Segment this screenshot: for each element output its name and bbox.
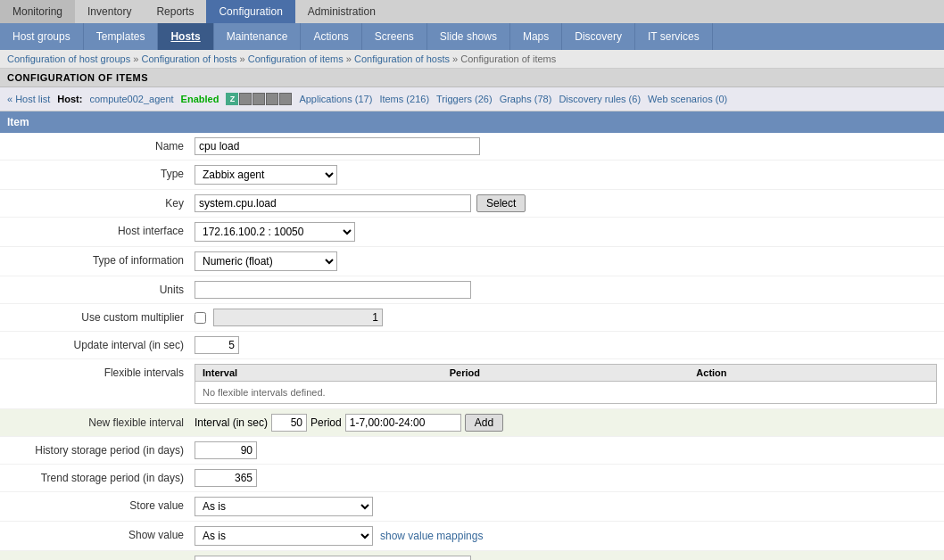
nav-slide-shows[interactable]: Slide shows [427, 23, 510, 50]
custom-multiplier-control [195, 309, 937, 326]
show-value-row: Show value As is show value mappings [0, 522, 944, 551]
new-flex-inline: Interval (in sec) Period Add [195, 414, 937, 432]
nav-maintenance[interactable]: Maintenance [214, 23, 302, 50]
host-list-link[interactable]: « Host list [7, 94, 50, 104]
nav-reports[interactable]: Reports [144, 0, 206, 23]
host-interface-select[interactable]: 172.16.100.2 : 10050 [195, 222, 355, 242]
show-value-mappings-link[interactable]: show value mappings [380, 530, 483, 542]
host-info-bar: « Host list Host: compute002_agent Enabl… [0, 87, 944, 111]
update-interval-label: Update interval (in sec) [7, 336, 195, 351]
name-input[interactable] [195, 137, 480, 155]
history-row: History storage period (in days) [0, 437, 944, 465]
new-application-input[interactable] [195, 556, 471, 560]
icon-btn-3[interactable] [266, 93, 278, 105]
history-label: History storage period (in days) [7, 441, 195, 457]
type-of-info-select[interactable]: Numeric (float) [195, 251, 337, 271]
graphs-link[interactable]: Graphs (78) [500, 94, 552, 104]
host-interface-row: Host interface 172.16.100.2 : 10050 [0, 218, 944, 247]
section-header: CONFIGURATION OF ITEMS [0, 69, 944, 87]
flex-col-action: Action [689, 365, 936, 381]
host-name-link[interactable]: compute002_agent [89, 94, 173, 104]
name-label: Name [7, 137, 195, 152]
units-control [195, 281, 937, 299]
trend-label: Trend storage period (in days) [7, 469, 195, 484]
web-scenarios-link[interactable]: Web scenarios (0) [648, 94, 727, 104]
host-interface-control: 172.16.100.2 : 10050 [195, 222, 937, 242]
add-button[interactable]: Add [465, 414, 503, 432]
nav-screens[interactable]: Screens [362, 23, 427, 50]
nav-it-services[interactable]: IT services [635, 23, 713, 50]
new-flexible-interval-label: New flexible interval [7, 414, 195, 429]
units-input[interactable] [195, 281, 471, 299]
units-row: Units [0, 276, 944, 304]
discovery-rules-link[interactable]: Discovery rules (6) [559, 94, 641, 104]
nav-administration[interactable]: Administration [295, 0, 388, 23]
triggers-link[interactable]: Triggers (26) [436, 94, 493, 104]
flex-col-interval: Interval [195, 365, 443, 381]
nav-actions[interactable]: Actions [301, 23, 361, 50]
new-application-row: New application [0, 551, 944, 560]
nav-templates[interactable]: Templates [84, 23, 159, 50]
new-flex-period-label: Period [311, 416, 342, 429]
breadcrumb-link-2[interactable]: Configuration of hosts [141, 54, 236, 64]
form-area: Name Type Zabbix agent Key Select Host i… [0, 133, 944, 560]
applications-link[interactable]: Applications (17) [299, 94, 372, 104]
type-of-info-row: Type of information Numeric (float) [0, 247, 944, 276]
host-interface-label: Host interface [7, 222, 195, 237]
flexible-intervals-control: Interval Period Action No flexible inter… [195, 364, 937, 404]
new-flex-interval-label: Interval (in sec) [195, 416, 268, 429]
store-value-select[interactable]: As is [195, 497, 373, 516]
update-interval-control [195, 336, 937, 354]
units-label: Units [7, 281, 195, 296]
history-control [195, 441, 937, 459]
trend-control [195, 469, 937, 487]
second-nav: Host groups Templates Hosts Maintenance … [0, 23, 944, 50]
nav-hosts[interactable]: Hosts [158, 23, 213, 50]
show-value-label: Show value [7, 526, 195, 541]
top-nav: Monitoring Inventory Reports Configurati… [0, 0, 944, 23]
history-input[interactable] [195, 441, 257, 459]
custom-multiplier-input[interactable] [213, 309, 383, 326]
update-interval-row: Update interval (in sec) [0, 332, 944, 359]
type-of-info-label: Type of information [7, 251, 195, 267]
select-button[interactable]: Select [476, 194, 526, 212]
new-flexible-interval-row: New flexible interval Interval (in sec) … [0, 409, 944, 437]
breadcrumb-link-4[interactable]: Configuration of hosts [354, 54, 450, 64]
new-application-control [195, 556, 937, 560]
icon-btn-1[interactable] [239, 93, 252, 105]
new-flex-interval-input[interactable] [271, 414, 307, 432]
flexible-intervals-table: Interval Period Action No flexible inter… [195, 364, 937, 404]
flex-table-header: Interval Period Action [195, 365, 936, 382]
key-input[interactable] [195, 194, 471, 212]
key-control: Select [195, 194, 937, 212]
icon-btn-4[interactable] [279, 93, 292, 105]
flexible-intervals-label: Flexible intervals [7, 364, 195, 379]
custom-multiplier-row: Use custom multiplier [0, 304, 944, 332]
name-control [195, 137, 937, 155]
nav-configuration[interactable]: Configuration [206, 0, 294, 23]
show-value-select[interactable]: As is [195, 526, 373, 546]
nav-inventory[interactable]: Inventory [75, 0, 144, 23]
trend-input[interactable] [195, 469, 257, 487]
store-value-row: Store value As is [0, 492, 944, 522]
type-select[interactable]: Zabbix agent [195, 165, 337, 185]
type-of-info-control: Numeric (float) [195, 251, 937, 271]
icon-btn-2[interactable] [253, 93, 265, 105]
nav-monitoring[interactable]: Monitoring [0, 0, 75, 23]
breadcrumb-link-3[interactable]: Configuration of items [248, 54, 344, 64]
items-link[interactable]: Items (216) [379, 94, 429, 104]
nav-host-groups[interactable]: Host groups [0, 23, 84, 50]
custom-multiplier-label: Use custom multiplier [7, 309, 195, 324]
type-row: Type Zabbix agent [0, 161, 944, 190]
enabled-badge: Enabled [181, 94, 219, 104]
breadcrumb: Configuration of host groups » Configura… [0, 50, 944, 69]
flex-col-period: Period [443, 365, 690, 381]
custom-multiplier-checkbox[interactable] [195, 312, 206, 324]
store-value-label: Store value [7, 497, 195, 512]
breadcrumb-link-1[interactable]: Configuration of host groups [7, 54, 130, 64]
z-icon[interactable]: Z [226, 93, 238, 105]
nav-maps[interactable]: Maps [510, 23, 562, 50]
nav-discovery[interactable]: Discovery [562, 23, 635, 50]
update-interval-input[interactable] [195, 336, 239, 354]
new-flex-period-input[interactable] [345, 414, 461, 432]
